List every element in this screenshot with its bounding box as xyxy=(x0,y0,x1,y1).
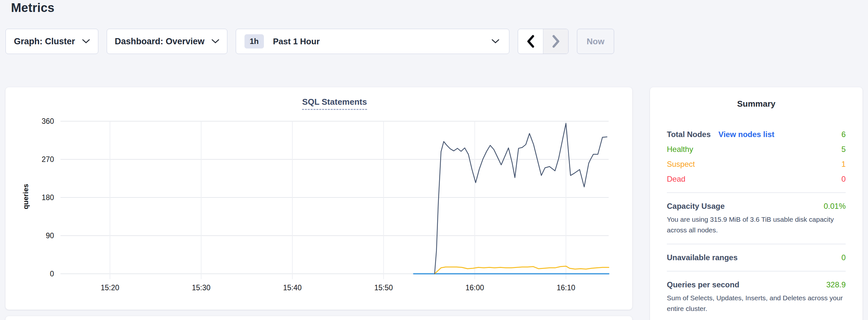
divider xyxy=(667,192,846,193)
dead-label: Dead xyxy=(667,174,685,184)
y-tick-label: 360 xyxy=(42,117,54,125)
graph-scope-label: Graph: Cluster xyxy=(14,36,75,46)
healthy-nodes-row: Healthy 5 xyxy=(667,145,846,154)
divider xyxy=(667,244,846,244)
y-tick-label: 90 xyxy=(45,231,54,240)
suspect-nodes-row: Suspect 1 xyxy=(667,159,846,169)
queries-per-second-description: Sum of Selects, Updates, Inserts, and De… xyxy=(667,293,846,314)
suspect-value: 1 xyxy=(841,159,846,169)
x-tick-label: 15:50 xyxy=(374,284,393,292)
x-tick-label: 15:20 xyxy=(100,284,119,292)
dashboard-dropdown[interactable]: Dashboard: Overview xyxy=(107,29,227,54)
now-button-label: Now xyxy=(587,36,604,46)
capacity-usage-description: You are using 315.9 MiB of 3.6 TiB usabl… xyxy=(667,214,846,235)
dashboard-label: Dashboard: Overview xyxy=(115,36,205,46)
metrics-toolbar: Graph: Cluster Dashboard: Overview 1h Pa… xyxy=(5,29,614,54)
unavailable-ranges-label: Unavailable ranges xyxy=(667,253,738,262)
chevron-down-icon xyxy=(82,39,90,44)
queries-per-second-value: 328.9 xyxy=(826,280,846,290)
capacity-usage-value: 0.01% xyxy=(824,201,846,211)
dead-value: 0 xyxy=(841,174,846,184)
total-nodes-row: Total Nodes View nodes list 6 xyxy=(667,130,846,139)
now-button[interactable]: Now xyxy=(577,29,614,54)
unavailable-ranges-row: Unavailable ranges 0 xyxy=(667,253,846,262)
divider xyxy=(667,271,846,271)
next-time-window-button[interactable] xyxy=(543,29,568,54)
suspect-label: Suspect xyxy=(667,159,695,169)
chevron-right-icon xyxy=(552,35,560,48)
dead-nodes-row: Dead 0 xyxy=(667,174,846,184)
view-nodes-list-link[interactable]: View nodes list xyxy=(719,130,775,139)
y-tick-label: 180 xyxy=(42,193,54,202)
healthy-value: 5 xyxy=(841,145,846,154)
time-range-badge: 1h xyxy=(245,34,264,49)
summary-title: Summary xyxy=(667,99,846,109)
x-tick-label: 16:10 xyxy=(557,284,575,292)
sql-statements-chart[interactable]: 09018027036015:2015:3015:4015:5016:0016:… xyxy=(5,87,632,310)
y-tick-label: 270 xyxy=(42,155,54,164)
chevron-down-icon xyxy=(212,39,219,44)
healthy-label: Healthy xyxy=(667,145,693,154)
capacity-usage-row: Capacity Usage 0.01% xyxy=(667,201,846,211)
x-tick-label: 16:00 xyxy=(465,284,484,292)
prev-time-window-button[interactable] xyxy=(518,29,543,54)
x-tick-label: 15:30 xyxy=(192,284,211,292)
chevron-down-icon xyxy=(492,39,499,44)
sql-statements-card: SQL Statements 09018027036015:2015:3015:… xyxy=(5,87,632,310)
y-axis-label: queries xyxy=(22,184,30,209)
main-dark-line xyxy=(435,124,607,274)
time-range-selector[interactable]: 1h Past 1 Hour xyxy=(236,29,509,54)
queries-per-second-label: Queries per second xyxy=(667,280,739,290)
graph-scope-dropdown[interactable]: Graph: Cluster xyxy=(5,29,98,54)
x-tick-label: 15:40 xyxy=(283,284,302,292)
capacity-usage-label: Capacity Usage xyxy=(667,201,725,211)
total-nodes-label: Total Nodes xyxy=(667,130,711,139)
time-window-pager xyxy=(518,29,568,54)
low-yellow-line xyxy=(435,266,609,274)
y-tick-label: 0 xyxy=(50,269,54,278)
time-range-label: Past 1 Hour xyxy=(273,36,320,46)
total-nodes-value: 6 xyxy=(841,130,846,139)
page-title: Metrics xyxy=(11,1,54,15)
queries-per-second-row: Queries per second 328.9 xyxy=(667,280,846,290)
summary-panel: Summary Total Nodes View nodes list 6 He… xyxy=(650,87,863,320)
next-chart-card xyxy=(5,316,632,320)
chevron-left-icon xyxy=(526,35,535,48)
unavailable-ranges-value: 0 xyxy=(841,253,846,262)
